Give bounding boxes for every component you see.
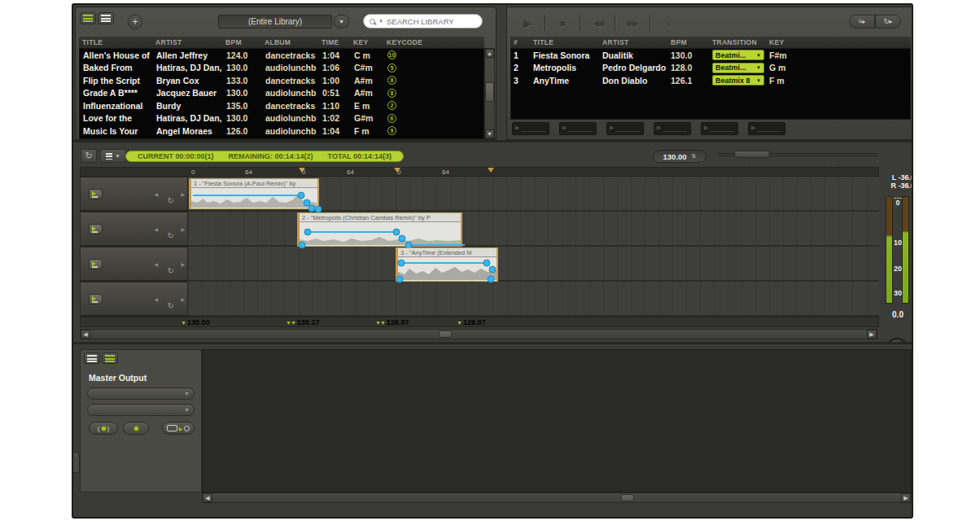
search-filter-arrow-icon[interactable]: ▼ xyxy=(378,19,383,24)
track-speaker-icon[interactable] xyxy=(89,259,103,269)
clip-anytime[interactable]: 3 - "AnyTime (Extended M xyxy=(396,247,498,282)
library-table-header[interactable]: TITLE ARTIST BPM ALBUM TIME KEY KEYCODE xyxy=(79,37,484,48)
library-wave-view-button[interactable] xyxy=(98,12,114,24)
automation-handle[interactable] xyxy=(489,266,497,274)
next-button[interactable]: ▶▶ xyxy=(615,13,650,33)
cue-slot[interactable]: ▶ xyxy=(559,122,597,135)
volume-automation-line[interactable] xyxy=(401,262,487,264)
master-eq-tab[interactable] xyxy=(102,352,118,364)
track-lane-3[interactable] xyxy=(188,247,879,282)
bpm-stepper-icon[interactable]: ⇅ xyxy=(692,153,697,160)
scroll-up-icon[interactable]: ▲ xyxy=(485,49,494,58)
export-button[interactable]: ↻▸ xyxy=(875,15,901,28)
track-sync-icon[interactable]: ↻ xyxy=(168,266,174,275)
clip-start-marker[interactable] xyxy=(394,168,400,173)
scroll-left-icon[interactable]: ◀ xyxy=(81,330,90,339)
automation-handle[interactable] xyxy=(399,235,406,243)
track-speaker-icon[interactable] xyxy=(89,189,103,199)
master-bpm-field[interactable]: 130.00 ⇅ xyxy=(653,150,707,163)
library-scrollbar[interactable]: ▲ ▼ xyxy=(484,48,495,139)
collapse-left-icon[interactable]: ◀ xyxy=(154,191,158,197)
track-sync-icon[interactable]: ↻ xyxy=(168,231,174,240)
table-row[interactable]: Music Is YourAngel Moraes126.0audiolunch… xyxy=(80,125,483,138)
expand-right-icon[interactable]: ▶ xyxy=(181,261,185,267)
clip-end-marker[interactable] xyxy=(488,168,494,173)
clip-fiesta-sonora[interactable]: 1 - "Fiesta Sonora (A.Paul Remix)" by xyxy=(189,178,319,209)
track-lane-2[interactable] xyxy=(188,212,879,247)
table-row[interactable]: Love for theHatiras, DJ Dan,130.0audiolu… xyxy=(80,112,483,125)
grid-options-button[interactable]: ▼ xyxy=(100,149,126,163)
collection-dropdown[interactable]: (Entire Library) xyxy=(218,15,332,28)
bottom-scrollbar[interactable]: ◀ ▶ xyxy=(202,493,912,503)
play-button[interactable]: ▶ xyxy=(510,13,545,33)
scroll-down-icon[interactable]: ▼ xyxy=(485,129,494,138)
timeline-ruler[interactable]: 0 64 0 64 0 64 xyxy=(80,167,879,177)
scroll-right-icon[interactable]: ▶ xyxy=(867,330,877,339)
volume-automation-line[interactable] xyxy=(193,195,301,196)
record-button[interactable]: ⬊ xyxy=(650,13,685,33)
expand-right-icon[interactable]: ▶ xyxy=(181,191,185,197)
cue-slot[interactable]: ▶ xyxy=(606,122,644,135)
track-lane-4[interactable] xyxy=(188,282,879,317)
scroll-left-icon[interactable]: ◀ xyxy=(203,493,212,502)
col-artist[interactable]: ARTIST xyxy=(152,38,222,46)
collection-dropdown-arrow-button[interactable]: ▼ xyxy=(334,15,349,28)
automation-handle[interactable] xyxy=(398,260,405,267)
col-bpm[interactable]: BPM xyxy=(222,38,261,46)
panel-collapse-tab[interactable]: ⋮ xyxy=(73,452,80,473)
col-title[interactable]: TITLE xyxy=(79,38,152,46)
cue-slot[interactable]: ▶ xyxy=(654,122,691,135)
tempo-strip[interactable]: ▼130.00 ▼▼130.17 ▼▼126.07 ▼126.07 xyxy=(80,317,879,327)
stop-button[interactable]: ■ xyxy=(545,13,580,33)
col-key[interactable]: KEY xyxy=(766,38,911,46)
table-row[interactable]: Allen's House ofAllen Jeffrey124.0dancet… xyxy=(80,49,483,62)
volume-automation-line[interactable] xyxy=(409,244,465,246)
search-box[interactable]: ▼ xyxy=(363,14,483,28)
table-row[interactable]: Flip the ScriptBryan Cox133.0dancetracks… xyxy=(80,74,483,87)
track-sync-icon[interactable]: ↻ xyxy=(168,301,174,310)
track-header-4[interactable]: ◀↻▶ xyxy=(80,282,188,317)
transition-dropdown[interactable]: Beatmi...▼ xyxy=(712,63,764,73)
col-keycode[interactable]: KEYCODE xyxy=(383,38,484,46)
automation-handle[interactable] xyxy=(298,192,305,199)
expand-right-icon[interactable]: ▶ xyxy=(181,296,185,302)
library-list-view-button[interactable] xyxy=(80,12,96,24)
track-sync-icon[interactable]: ↻ xyxy=(168,196,174,205)
track-header-3[interactable]: ◀↻▶ xyxy=(80,247,188,282)
col-bpm[interactable]: BPM xyxy=(667,38,709,46)
automation-handle[interactable] xyxy=(483,260,491,267)
master-list-tab[interactable] xyxy=(84,352,100,364)
automation-handle[interactable] xyxy=(488,276,495,283)
track-speaker-icon[interactable] xyxy=(89,294,103,304)
mono-monitor-button[interactable] xyxy=(123,422,149,435)
volume-automation-line[interactable] xyxy=(308,231,396,233)
expand-right-icon[interactable]: ▶ xyxy=(181,226,185,232)
timeline-scrollbar-thumb[interactable] xyxy=(439,331,452,338)
col-key[interactable]: KEY xyxy=(350,38,383,46)
tempo-marker[interactable]: ▼130.00 xyxy=(181,318,209,326)
cue-slot[interactable]: ▶ xyxy=(701,122,738,135)
stereo-monitor-button[interactable]: () xyxy=(89,422,118,435)
output-device-dropdown[interactable]: ▼ xyxy=(87,387,195,400)
table-row[interactable]: Grade A B****Jacquez Bauer130.0audiolunc… xyxy=(80,87,483,100)
cue-slot[interactable]: ▶ xyxy=(748,122,785,135)
automation-handle[interactable] xyxy=(393,229,400,236)
transition-dropdown[interactable]: Beatmi...▼ xyxy=(712,50,764,60)
table-row[interactable]: Baked FromHatiras, DJ Dan,130.0audiolunc… xyxy=(80,62,483,75)
collapse-left-icon[interactable]: ◀ xyxy=(154,226,158,232)
playlist-row[interactable]: 2MetropolisPedro Delgardo128.0 Beatmi...… xyxy=(511,62,910,75)
record-output-button[interactable]: ▶ xyxy=(162,422,195,435)
playlist-row[interactable]: 1Fiesta SonoraDualitik130.0 Beatmi...▼ F… xyxy=(511,49,910,62)
clip-start-marker[interactable] xyxy=(299,168,305,173)
tempo-marker[interactable]: ▼▼126.07 xyxy=(375,318,409,326)
automation-handle[interactable] xyxy=(299,242,306,249)
library-scrollbar-thumb[interactable] xyxy=(485,82,494,102)
tempo-marker[interactable]: ▼▼130.17 xyxy=(286,318,319,326)
track-speaker-icon[interactable] xyxy=(89,224,103,234)
transition-dropdown[interactable]: Beatmix 8▼ xyxy=(712,75,764,85)
col-num[interactable]: # xyxy=(510,38,530,46)
collapse-left-icon[interactable]: ◀ xyxy=(154,261,158,267)
col-album[interactable]: ALBUM xyxy=(261,38,318,46)
bottom-scrollbar-thumb[interactable] xyxy=(621,494,634,501)
track-header-2[interactable]: ◀↻▶ xyxy=(80,212,188,247)
